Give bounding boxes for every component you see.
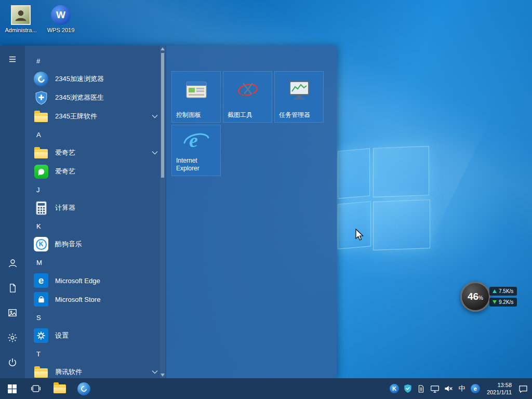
2345-browser-icon — [33, 71, 49, 87]
section-header-label: # — [36, 57, 40, 65]
section-header-t[interactable]: T — [25, 345, 166, 363]
tray-kugou[interactable]: K — [388, 378, 401, 399]
taskbar: K 中 e 13:58 2021/1/11 — [0, 378, 532, 399]
desktop-icon-administrator[interactable]: Administra... — [2, 5, 39, 34]
clock-time: 13:58 — [487, 381, 512, 389]
task-view-button[interactable] — [24, 378, 48, 399]
internet-explorer-icon: e — [172, 127, 220, 152]
browser-letter: e — [474, 385, 477, 392]
tile-label: 截图工具 — [228, 111, 269, 119]
scroll-up-arrow[interactable] — [160, 46, 165, 52]
app-item-microsoft-store[interactable]: Microsoft Store — [25, 290, 166, 309]
expand-menu-button[interactable] — [0, 47, 25, 72]
control-panel-icon — [172, 78, 220, 103]
app-item-2345-speed-browser[interactable]: 2345加速浏览器 — [25, 70, 166, 88]
system-tray: K 中 e 13:58 2021/1/11 — [388, 378, 532, 399]
folder-icon — [33, 364, 49, 378]
network-speed-widget[interactable]: 46% 7.5K/s 9.2K/s — [460, 282, 517, 312]
shield-plus-icon — [33, 90, 49, 105]
app-item-microsoft-edge[interactable]: e Microsoft Edge — [25, 271, 166, 290]
section-header-a[interactable]: A — [25, 126, 166, 143]
windows-logo-icon — [8, 384, 17, 393]
account-button[interactable] — [0, 250, 25, 275]
section-header-s[interactable]: S — [25, 309, 166, 326]
taskbar-clock[interactable]: 13:58 2021/1/11 — [482, 378, 516, 399]
pictures-button[interactable] — [0, 300, 25, 325]
pictures-icon — [7, 308, 18, 318]
app-group-iqiyi[interactable]: 爱奇艺 — [25, 143, 166, 162]
clock-date: 2021/1/11 — [487, 389, 512, 396]
app-item-settings[interactable]: 设置 — [25, 326, 166, 345]
app-item-label: 腾讯软件 — [55, 367, 82, 377]
app-group-tencent-software[interactable]: 腾讯软件 — [25, 363, 166, 378]
settings-button[interactable] — [0, 325, 25, 350]
download-value: 9.2K/s — [499, 299, 513, 305]
section-header-label: T — [36, 350, 41, 358]
action-center-button[interactable] — [516, 378, 530, 399]
tile-task-manager[interactable]: 任务管理器 — [274, 71, 324, 123]
tray-browser[interactable]: e — [469, 378, 482, 399]
scrollbar-thumb[interactable] — [161, 53, 164, 178]
memory-usage-ball[interactable]: 46% — [460, 282, 490, 312]
browser-taskbar-button[interactable] — [72, 378, 96, 399]
browser-e-icon: e — [471, 384, 480, 393]
edge-icon: e — [33, 273, 49, 288]
task-manager-icon — [275, 78, 323, 103]
document-icon — [8, 283, 18, 293]
app-list-scrollbar[interactable] — [160, 46, 165, 378]
section-header-m[interactable]: M — [25, 254, 166, 271]
wps-icon-letter: W — [56, 9, 65, 21]
scroll-down-arrow[interactable] — [160, 372, 165, 378]
app-item-2345-browser-doctor[interactable]: 2345浏览器医生 — [25, 88, 166, 107]
app-item-label: 爱奇艺 — [55, 148, 75, 157]
desktop-icon-label: WPS 2019 — [42, 27, 79, 34]
percent-sign: % — [478, 295, 483, 301]
tray-document[interactable] — [415, 378, 428, 399]
power-button[interactable] — [0, 350, 25, 375]
memory-percent: 46 — [468, 291, 478, 301]
documents-button[interactable] — [0, 275, 25, 300]
app-item-label: Microsoft Store — [55, 296, 100, 303]
desktop-icon-wps-2019[interactable]: W WPS 2019 — [42, 5, 79, 34]
tile-label: 控制面板 — [176, 111, 217, 119]
app-item-label: 2345浏览器医生 — [55, 93, 104, 102]
app-item-label: 2345王牌软件 — [55, 112, 97, 121]
tray-security-shield[interactable] — [401, 378, 415, 399]
app-item-label: 2345加速浏览器 — [55, 74, 104, 84]
kugou-letter: K — [39, 241, 44, 248]
tile-snipping-tool[interactable]: 截图工具 — [223, 71, 272, 123]
settings-gear-icon — [33, 328, 49, 343]
app-item-label: 计算器 — [55, 203, 75, 212]
file-explorer-button[interactable] — [48, 378, 72, 399]
section-header-label: K — [36, 222, 41, 230]
folder-icon — [33, 145, 49, 161]
tile-control-panel[interactable]: 控制面板 — [171, 71, 221, 123]
administrator-avatar-icon — [11, 5, 31, 25]
app-item-iqiyi[interactable]: 爱奇艺 — [25, 162, 166, 181]
kugou-letter: K — [392, 385, 396, 392]
tray-volume[interactable] — [442, 378, 455, 399]
upload-value: 7.5K/s — [499, 288, 513, 294]
logo-pane — [338, 201, 371, 249]
document-icon — [418, 385, 424, 393]
edge-letter: e — [38, 275, 44, 286]
tile-label: 任务管理器 — [279, 111, 320, 119]
section-header-j[interactable]: J — [25, 181, 166, 198]
app-group-2345-software[interactable]: 2345王牌软件 — [25, 107, 166, 126]
tray-ime-indicator[interactable]: 中 — [455, 378, 469, 399]
chevron-down-icon — [152, 151, 158, 155]
speed-rates: 7.5K/s 9.2K/s — [489, 287, 517, 307]
folder-icon — [33, 109, 49, 124]
app-item-calculator[interactable]: 计算器 — [25, 198, 166, 217]
section-header-hash[interactable]: # — [25, 52, 166, 70]
folder-icon — [54, 384, 66, 393]
tile-internet-explorer[interactable]: e Internet Explorer — [171, 125, 221, 176]
app-item-label: Microsoft Edge — [55, 277, 100, 285]
2345-browser-icon — [77, 382, 90, 395]
start-button[interactable] — [0, 378, 24, 399]
notification-icon — [518, 384, 528, 393]
tray-network[interactable] — [428, 378, 442, 399]
app-item-kugou-music[interactable]: K 酷狗音乐 — [25, 235, 166, 254]
store-bag-icon — [33, 291, 49, 307]
section-header-k[interactable]: K — [25, 217, 166, 235]
